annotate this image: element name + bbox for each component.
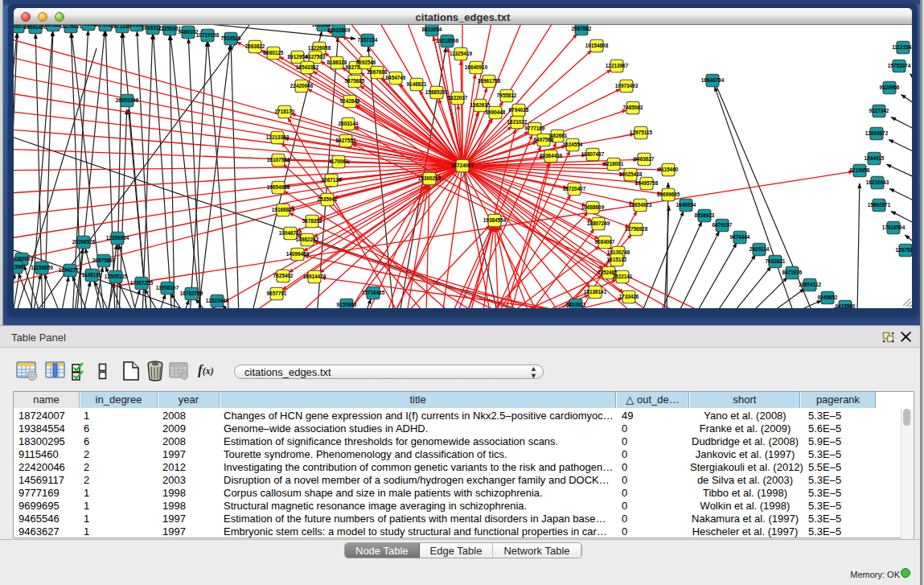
svg-text:3624554: 3624554 <box>563 142 583 147</box>
svg-text:17357255: 17357255 <box>130 280 154 286</box>
svg-text:3915567: 3915567 <box>14 264 27 270</box>
svg-text:12359934: 12359934 <box>106 235 129 241</box>
svg-text:1621022: 1621022 <box>507 119 528 125</box>
svg-text:10025438: 10025438 <box>619 171 643 177</box>
svg-text:15692971: 15692971 <box>868 202 891 208</box>
svg-text:19495758: 19495758 <box>635 180 659 186</box>
svg-text:15885201: 15885201 <box>425 89 449 95</box>
svg-text:10756928: 10756928 <box>625 226 648 232</box>
svg-text:12975115: 12975115 <box>630 130 653 135</box>
svg-text:8427552: 8427552 <box>336 138 356 143</box>
svg-text:9329966: 9329966 <box>880 84 900 90</box>
svg-text:10973493: 10973493 <box>615 83 639 89</box>
svg-text:6497568: 6497568 <box>534 137 554 142</box>
svg-text:18300295: 18300295 <box>418 175 441 181</box>
svg-text:9245652: 9245652 <box>818 295 838 300</box>
svg-text:2535941: 2535941 <box>318 196 338 202</box>
svg-text:1362615: 1362615 <box>470 102 491 108</box>
svg-text:13958107: 13958107 <box>156 285 179 290</box>
svg-text:20975867: 20975867 <box>92 257 116 263</box>
svg-text:9115460: 9115460 <box>659 167 679 172</box>
svg-text:16914479: 16914479 <box>303 274 326 279</box>
svg-text:8471676: 8471676 <box>782 270 803 275</box>
svg-text:10807487: 10807487 <box>581 151 605 157</box>
svg-text:14099489: 14099489 <box>286 251 310 257</box>
svg-text:10699695: 10699695 <box>657 192 680 197</box>
svg-text:7357224: 7357224 <box>358 37 378 43</box>
svg-text:11123341: 11123341 <box>892 44 912 50</box>
svg-text:16033809: 16033809 <box>327 27 351 33</box>
svg-text:2522141: 2522141 <box>613 274 633 279</box>
svg-text:8215958: 8215958 <box>850 167 870 173</box>
svg-text:16640910: 16640910 <box>465 64 488 70</box>
svg-text:20364436: 20364436 <box>540 153 563 159</box>
svg-text:5878355: 5878355 <box>302 218 322 224</box>
svg-text:8433811: 8433811 <box>566 302 586 307</box>
svg-text:8938923: 8938923 <box>695 212 715 218</box>
svg-text:26053346: 26053346 <box>116 97 139 103</box>
svg-text:15751074: 15751074 <box>888 63 911 68</box>
svg-text:7515526: 7515526 <box>221 35 241 41</box>
svg-text:6794028: 6794028 <box>509 107 529 113</box>
svg-text:7625402: 7625402 <box>273 273 294 278</box>
svg-text:18724007: 18724007 <box>451 163 474 168</box>
svg-text:9146821: 9146821 <box>407 81 427 87</box>
svg-text:16848784: 16848784 <box>701 77 725 83</box>
svg-text:8813054: 8813054 <box>422 27 442 32</box>
svg-text:9777169: 9777169 <box>525 126 545 131</box>
svg-text:17016504: 17016504 <box>882 225 906 230</box>
svg-text:7955812: 7955812 <box>497 93 517 98</box>
svg-text:9227342: 9227342 <box>869 108 889 113</box>
svg-text:10154808: 10154808 <box>585 43 609 48</box>
svg-text:5875685: 5875685 <box>345 78 365 84</box>
svg-text:15720407: 15720407 <box>563 186 586 192</box>
svg-text:16107562: 16107562 <box>267 157 290 163</box>
svg-text:6216001: 6216001 <box>604 161 624 167</box>
svg-text:15716485: 15716485 <box>362 290 385 295</box>
svg-text:2367608: 2367608 <box>368 69 388 75</box>
svg-text:13654923: 13654923 <box>629 202 652 208</box>
svg-text:19218506: 19218506 <box>436 38 459 43</box>
svg-text:5322037: 5322037 <box>448 95 468 101</box>
svg-text:8454749: 8454749 <box>386 75 406 80</box>
svg-text:1733426: 1733426 <box>619 294 639 299</box>
svg-text:12213967: 12213967 <box>606 63 629 68</box>
svg-text:19654988: 19654988 <box>267 184 290 190</box>
svg-text:16543382: 16543382 <box>296 64 319 70</box>
svg-text:19166825: 19166825 <box>272 207 295 212</box>
svg-text:6479197: 6479197 <box>713 222 733 228</box>
svg-text:9084067: 9084067 <box>595 239 615 245</box>
svg-text:9415560: 9415560 <box>836 303 856 308</box>
svg-text:10719158: 10719158 <box>196 32 220 38</box>
svg-text:12093872: 12093872 <box>865 130 889 136</box>
svg-text:20206576: 20206576 <box>72 239 96 245</box>
svg-text:1145191: 1145191 <box>82 272 102 278</box>
svg-text:12942757: 12942757 <box>59 267 82 273</box>
svg-text:9155803: 9155803 <box>337 302 357 307</box>
svg-text:9463627: 9463627 <box>634 156 655 162</box>
svg-text:1267533: 1267533 <box>896 247 912 253</box>
svg-text:19384554: 19384554 <box>483 217 507 223</box>
svg-text:2987682: 2987682 <box>572 26 592 31</box>
svg-text:12505135: 12505135 <box>105 274 128 279</box>
svg-text:16782759: 16782759 <box>180 290 203 296</box>
svg-text:16210643: 16210643 <box>866 179 889 185</box>
svg-text:16961758: 16961758 <box>478 78 501 84</box>
svg-text:9327503: 9327503 <box>306 54 326 60</box>
svg-text:14982242: 14982242 <box>296 237 319 242</box>
svg-text:1244415: 1244415 <box>864 155 885 161</box>
svg-text:8186328: 8186328 <box>327 60 347 65</box>
svg-text:10654112: 10654112 <box>799 282 822 287</box>
svg-text:12213383: 12213383 <box>266 134 290 140</box>
svg-text:10688609: 10688609 <box>581 204 605 210</box>
svg-text:2935114: 2935114 <box>749 246 770 252</box>
svg-text:10046786: 10046786 <box>279 230 302 236</box>
svg-text:18807249: 18807249 <box>587 220 610 226</box>
svg-text:2718170: 2718170 <box>275 109 295 114</box>
svg-text:9657791: 9657791 <box>267 290 287 296</box>
svg-text:4170061: 4170061 <box>329 159 349 164</box>
svg-text:7632621: 7632621 <box>766 258 786 264</box>
svg-text:11156859: 11156859 <box>31 265 53 270</box>
svg-text:7663822: 7663822 <box>245 43 265 49</box>
svg-text:12323446: 12323446 <box>206 298 229 303</box>
